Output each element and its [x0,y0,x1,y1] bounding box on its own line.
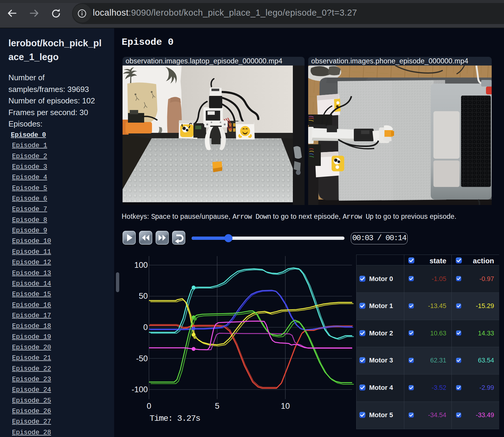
svg-text:50: 50 [139,292,148,301]
svg-text:10: 10 [281,402,290,411]
svg-text:0: 0 [143,323,148,332]
svg-text:5: 5 [215,402,219,411]
svg-text:100: 100 [134,261,148,270]
svg-text:-50: -50 [136,354,148,363]
svg-text:0: 0 [147,402,151,411]
svg-text:-100: -100 [132,385,148,394]
